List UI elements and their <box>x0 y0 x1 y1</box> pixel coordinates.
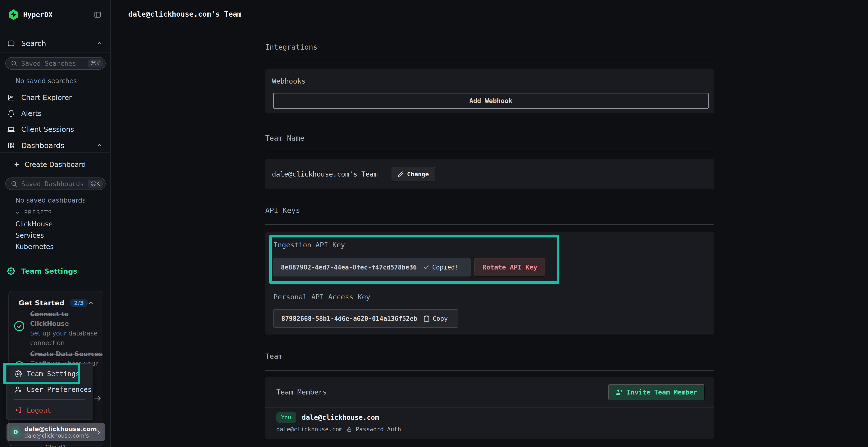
get-started-title: Get Started <box>19 299 64 307</box>
get-started-item[interactable]: Connect to ClickHouse Set up your databa… <box>30 309 104 348</box>
team-name-card: dale@clickhouse.com's Team Change <box>265 159 714 189</box>
personal-api-key-chip[interactable]: 87982668-58b1-4d6e-a620-014a136f52eb Cop… <box>273 309 458 328</box>
ingestion-api-key-label: Ingestion API Key <box>273 241 345 249</box>
plus-icon <box>13 161 20 168</box>
reader-icon <box>7 39 15 47</box>
api-keys-card: Ingestion API Key 8e887902-4ed7-44ea-8fe… <box>265 232 714 335</box>
team-members-card: Team Members Invite Team Member You dale… <box>265 377 714 439</box>
laptop-icon <box>7 126 15 133</box>
preset-clickhouse[interactable]: ClickHouse <box>16 218 53 230</box>
get-started-progress-badge: 2/3 <box>70 299 88 307</box>
invite-button-label: Invite Team Member <box>627 388 697 396</box>
preset-kubernetes[interactable]: Kubernetes <box>16 241 54 252</box>
bell-icon <box>7 110 15 117</box>
team-name-value: dale@clickhouse.com's Team <box>272 170 378 178</box>
saved-searches-input[interactable]: Saved Searches ⌘K <box>5 57 105 70</box>
section-divider <box>265 224 714 225</box>
sidebar-item-label: Chart Explorer <box>21 94 72 102</box>
presets-label: PRESETS <box>24 209 52 215</box>
webhooks-title: Webhooks <box>272 77 306 85</box>
sidebar-item-label: Alerts <box>21 109 41 117</box>
user-plus-icon <box>616 388 623 396</box>
add-webhook-button[interactable]: Add Webhook <box>273 93 709 109</box>
section-divider <box>265 152 714 152</box>
saved-searches-placeholder: Saved Searches <box>21 60 84 67</box>
collapse-sidebar-icon[interactable] <box>94 10 102 19</box>
create-dashboard-button[interactable]: Create Dashboard <box>0 159 111 170</box>
menu-item-logout[interactable]: Logout <box>10 403 89 417</box>
no-saved-dashboards-text: No saved dashboards <box>16 197 86 204</box>
sidebar-item-team-settings[interactable]: Team Settings <box>0 265 111 277</box>
api-keys-heading: API Keys <box>265 206 714 215</box>
sidebar-item-client-sessions[interactable]: Client Sessions <box>0 124 111 135</box>
gear-icon <box>7 267 15 275</box>
lock-icon <box>346 427 352 432</box>
user-team-subtitle: dale@clickhouse.com's <box>24 433 92 439</box>
get-started-item-subtitle: Set up your database connection <box>30 329 104 348</box>
ingestion-api-key-chip[interactable]: 8e887902-4ed7-44ea-8fec-f47cd578be36 Cop… <box>273 258 471 276</box>
user-name: dale@clickhouse.com <box>24 425 92 433</box>
change-team-name-button[interactable]: Change <box>392 167 435 181</box>
gear-icon <box>15 370 22 377</box>
rotate-api-key-button[interactable]: Rotate API Key <box>474 258 545 276</box>
get-started-item-title: Connect to ClickHouse <box>30 309 104 329</box>
sidebar-section-dashboards[interactable]: Dashboards <box>0 140 111 151</box>
shortcut-badge: ⌘K <box>88 180 103 188</box>
logout-icon <box>15 407 22 414</box>
menu-user-preferences-label: User Preferences <box>27 386 92 393</box>
member-email: dale@clickhouse.com <box>276 426 343 433</box>
personal-api-key-value: 87982668-58b1-4d6e-a620-014a136f52eb <box>281 315 417 322</box>
sidebar-item-alerts[interactable]: Alerts <box>0 108 111 119</box>
auth-method: Password Auth <box>356 426 401 433</box>
user-profile-button[interactable]: D dale@clickhouse.com dale@clickhouse.co… <box>6 423 105 441</box>
chevron-up-icon[interactable] <box>88 300 94 306</box>
presets-toggle[interactable]: PRESETS <box>14 208 52 217</box>
chevron-down-icon <box>14 209 20 215</box>
avatar: D <box>10 426 21 438</box>
user-gear-icon <box>15 386 22 393</box>
hyperdx-logo-icon <box>8 9 19 21</box>
check-circle-icon <box>14 320 25 332</box>
sidebar-divider <box>0 52 111 53</box>
section-divider <box>265 370 714 371</box>
sidebar-section-search[interactable]: Search <box>0 38 111 49</box>
menu-divider <box>14 399 85 400</box>
preset-services[interactable]: Services <box>16 230 44 241</box>
app-title: HyperDX <box>23 10 53 19</box>
ingestion-api-key-value: 8e887902-4ed7-44ea-8fec-f47cd578be36 <box>281 264 417 271</box>
clipboard-icon <box>423 315 430 322</box>
member-name: dale@clickhouse.com <box>302 414 379 421</box>
menu-team-settings-label: Team Settings <box>27 370 80 378</box>
menu-logout-label: Logout <box>27 406 51 414</box>
chevron-up-icon[interactable] <box>96 142 103 148</box>
copied-label: Copied! <box>432 264 459 271</box>
team-member-row: You dale@clickhouse.com <box>276 412 379 423</box>
logo-row: HyperDX <box>8 9 53 21</box>
sidebar-item-chart-explorer[interactable]: Chart Explorer <box>0 92 111 103</box>
chevron-up-icon[interactable] <box>96 40 103 46</box>
team-heading: Team <box>265 352 714 361</box>
create-dashboard-label: Create Dashboard <box>25 161 86 169</box>
shortcut-badge: ⌘K <box>88 59 103 67</box>
invite-team-member-button[interactable]: Invite Team Member <box>608 384 705 400</box>
search-icon <box>10 180 18 187</box>
saved-dashboards-input[interactable]: Saved Dashboards ⌘K <box>5 177 105 190</box>
chevron-right-icon <box>95 429 102 436</box>
page-header: dale@clickhouse.com's Team <box>111 0 868 28</box>
you-badge: You <box>276 412 296 423</box>
sidebar: HyperDX Search Saved Searches ⌘K No save… <box>0 0 111 447</box>
arrow-right-icon <box>94 394 102 402</box>
copy-label: Copy <box>433 315 448 322</box>
menu-item-user-preferences[interactable]: User Preferences <box>10 382 89 397</box>
personal-api-key-label: Personal API Access Key <box>273 293 370 301</box>
menu-item-team-settings[interactable]: Team Settings <box>10 367 79 381</box>
sidebar-divider <box>0 152 111 153</box>
cloud-link-fragment[interactable]: Cloud? <box>45 444 66 447</box>
webhooks-card: Webhooks Add Webhook <box>265 69 714 113</box>
team-member-meta: dale@clickhouse.com Password Auth <box>276 426 401 433</box>
section-divider <box>265 61 714 61</box>
card-divider <box>265 408 714 408</box>
team-settings-label: Team Settings <box>21 267 77 275</box>
check-icon <box>423 264 429 271</box>
pencil-icon <box>398 171 404 177</box>
